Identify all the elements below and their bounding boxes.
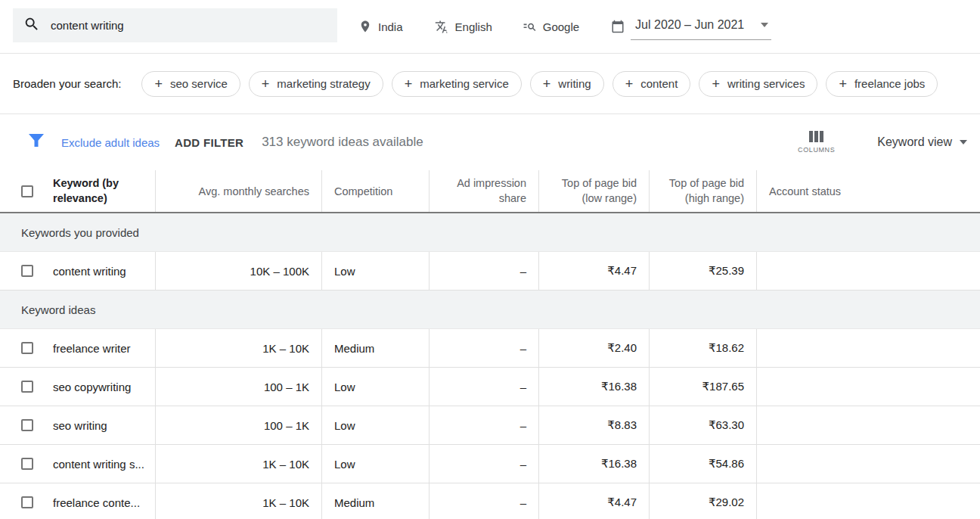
account-status-cell — [756, 483, 980, 519]
bid-low-cell: ₹8.83 — [538, 406, 649, 444]
competition-cell: Low — [321, 252, 429, 290]
section-keywords-you-provided: Keywords you provided — [0, 213, 980, 252]
table-row: seo writing 100 – 1K Low – ₹8.83 ₹63.30 — [0, 406, 980, 445]
bid-high-cell: ₹25.39 — [649, 252, 756, 290]
avg-searches-cell: 100 – 1K — [155, 406, 321, 444]
bid-high-cell: ₹187.65 — [649, 368, 756, 406]
bid-high-cell: ₹29.02 — [649, 483, 756, 519]
broaden-chip-writing[interactable]: + writing — [530, 71, 604, 97]
search-input[interactable] — [51, 19, 327, 32]
filter-bar: Exclude adult ideas ADD FILTER 313 keywo… — [0, 114, 980, 170]
plus-icon: + — [712, 77, 720, 91]
search-network-icon — [523, 20, 537, 34]
table-row: seo copywriting 100 – 1K Low – ₹16.38 ₹1… — [0, 368, 980, 406]
network-label: Google — [543, 20, 579, 33]
location-label: India — [378, 20, 403, 33]
keyword-cell: freelance conte... — [53, 496, 140, 509]
plus-icon: + — [154, 77, 163, 91]
keyword-cell: freelance writer — [53, 342, 131, 355]
plus-icon: + — [839, 77, 847, 91]
table-row: content writing 10K – 100K Low – ₹4.47 ₹… — [0, 252, 980, 291]
select-all-checkbox[interactable] — [21, 185, 33, 197]
bid-high-cell: ₹63.30 — [649, 406, 756, 444]
header-top-of-page-bid-low[interactable]: Top of page bid (low range) — [538, 170, 649, 212]
header-competition[interactable]: Competition — [321, 170, 429, 212]
ad-share-cell: – — [429, 445, 538, 483]
keyword-cell: seo writing — [53, 419, 107, 432]
date-range-picker[interactable]: Jul 2020 – Jun 2021 — [611, 14, 771, 40]
translate-icon — [435, 20, 449, 34]
keyword-view-dropdown[interactable]: Keyword view — [877, 135, 967, 149]
keyword-cell: content writing — [53, 265, 126, 278]
language-label: English — [455, 20, 492, 33]
header-avg-monthly-searches[interactable]: Avg. monthly searches — [155, 170, 321, 212]
row-checkbox[interactable] — [21, 381, 33, 393]
account-status-cell — [756, 329, 980, 367]
filter-funnel-icon[interactable] — [28, 133, 45, 151]
row-checkbox[interactable] — [21, 342, 33, 354]
table-row: freelance conte... 1K – 10K Medium – ₹4.… — [0, 483, 980, 519]
broaden-chip-content[interactable]: + content — [612, 71, 691, 97]
keyword-cell: seo copywriting — [53, 381, 131, 393]
account-status-cell — [756, 252, 980, 290]
plus-icon: + — [262, 77, 270, 91]
columns-icon — [809, 131, 823, 142]
keyword-view-label: Keyword view — [877, 135, 952, 149]
keyword-table: Keyword (by relevance) Avg. monthly sear… — [0, 170, 980, 519]
bid-low-cell: ₹16.38 — [538, 445, 649, 483]
add-filter-button[interactable]: ADD FILTER — [175, 136, 243, 149]
language-setting[interactable]: English — [435, 20, 492, 34]
competition-cell: Low — [321, 445, 429, 483]
location-pin-icon — [358, 20, 372, 33]
avg-searches-cell: 1K – 10K — [155, 445, 321, 483]
header-top-of-page-bid-high[interactable]: Top of page bid (high range) — [649, 170, 756, 212]
keyword-ideas-count: 313 keyword ideas available — [262, 135, 423, 150]
row-checkbox[interactable] — [21, 265, 33, 277]
ad-share-cell: – — [429, 483, 538, 519]
table-row: freelance writer 1K – 10K Medium – ₹2.40… — [0, 329, 980, 368]
ad-share-cell: – — [429, 368, 538, 406]
table-row: content writing s... 1K – 10K Low – ₹16.… — [0, 445, 980, 483]
broaden-chip-seo-service[interactable]: + seo service — [141, 71, 240, 97]
header-account-status[interactable]: Account status — [756, 170, 980, 212]
bid-low-cell: ₹2.40 — [538, 329, 649, 367]
table-header-row: Keyword (by relevance) Avg. monthly sear… — [0, 170, 980, 213]
search-icon — [23, 16, 40, 36]
avg-searches-cell: 100 – 1K — [155, 368, 321, 406]
ad-share-cell: – — [429, 329, 538, 367]
broaden-chip-writing-services[interactable]: + writing services — [699, 71, 817, 97]
plus-icon: + — [543, 77, 551, 91]
columns-button[interactable]: COLUMNS — [798, 131, 835, 154]
competition-cell: Medium — [321, 329, 429, 367]
broaden-label: Broaden your search: — [13, 77, 121, 90]
plus-icon: + — [625, 77, 634, 91]
dropdown-caret-icon — [960, 140, 967, 145]
ad-share-cell: – — [429, 406, 538, 444]
broaden-chip-marketing-service[interactable]: + marketing service — [392, 71, 522, 97]
row-checkbox[interactable] — [21, 458, 33, 470]
keyword-search-box[interactable] — [13, 8, 337, 42]
competition-cell: Medium — [321, 483, 429, 519]
bid-low-cell: ₹4.47 — [538, 252, 649, 290]
broaden-chip-marketing-strategy[interactable]: + marketing strategy — [249, 71, 383, 97]
header-keyword: Keyword (by relevance) — [0, 170, 155, 212]
calendar-icon — [611, 20, 625, 33]
bid-high-cell: ₹18.62 — [649, 329, 756, 367]
ad-share-cell: – — [429, 252, 538, 290]
topbar: India English Google Jul 2020 – Jun 2021 — [0, 0, 980, 54]
header-ad-impression-share[interactable]: Ad impression share — [429, 170, 538, 212]
keyword-cell: content writing s... — [53, 458, 144, 471]
plus-icon: + — [405, 77, 413, 91]
avg-searches-cell: 1K – 10K — [155, 483, 321, 519]
broaden-chip-freelance-jobs[interactable]: + freelance jobs — [826, 71, 938, 97]
exclude-adult-ideas-filter[interactable]: Exclude adult ideas — [61, 136, 160, 149]
account-status-cell — [756, 445, 980, 483]
row-checkbox[interactable] — [21, 496, 33, 508]
account-status-cell — [756, 406, 980, 444]
row-checkbox[interactable] — [21, 419, 33, 431]
bid-low-cell: ₹16.38 — [538, 368, 649, 406]
dropdown-caret-icon — [761, 23, 768, 27]
location-setting[interactable]: India — [358, 20, 403, 33]
date-range-label: Jul 2020 – Jun 2021 — [635, 18, 744, 32]
network-setting[interactable]: Google — [523, 20, 579, 34]
